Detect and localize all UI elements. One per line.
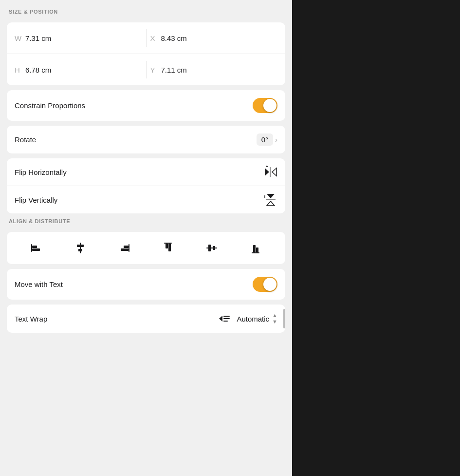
svg-rect-14: [77, 245, 84, 247]
svg-rect-27: [256, 248, 258, 252]
x-label: X: [150, 34, 157, 42]
size-row-wh: W 7.31 cm X 8.43 cm: [7, 22, 285, 54]
width-block: W 7.31 cm: [15, 34, 142, 42]
scrollbar-indicator: [283, 309, 285, 328]
text-wrap-value: Automatic: [237, 315, 269, 323]
svg-marker-2: [272, 168, 276, 176]
constrain-proportions-card: Constrain Proportions: [7, 90, 285, 121]
text-wrap-value-group[interactable]: Automatic ▲ ▼: [219, 312, 277, 325]
svg-rect-0: [270, 167, 271, 177]
flip-vertically-row[interactable]: Flip Vertically: [7, 186, 285, 213]
x-block: X 8.43 cm: [150, 34, 278, 42]
svg-rect-22: [206, 248, 217, 248]
text-wrap-row: Text Wrap Automatic ▲ ▼: [7, 305, 285, 333]
svg-rect-24: [213, 246, 215, 250]
rotate-card: Rotate 0° ›: [7, 126, 285, 153]
svg-rect-23: [208, 245, 211, 251]
w-value[interactable]: 7.31 cm: [25, 34, 51, 42]
y-label: Y: [150, 66, 157, 74]
rotate-chevron-icon: ›: [275, 135, 277, 144]
flip-horizontally-row[interactable]: Flip Horizontally: [7, 158, 285, 186]
stepper-down-icon[interactable]: ▼: [272, 319, 277, 325]
flip-vertically-label: Flip Vertically: [15, 196, 57, 204]
svg-rect-5: [266, 199, 276, 200]
svg-rect-13: [80, 243, 81, 253]
flip-horizontally-icon: [264, 165, 277, 179]
svg-rect-20: [166, 244, 168, 248]
align-right-button[interactable]: [115, 239, 133, 257]
move-with-text-toggle-knob: [263, 278, 276, 291]
align-bottom-button[interactable]: [246, 239, 265, 257]
align-center-h-button[interactable]: [71, 239, 90, 257]
size-position-section-label: SIZE & POSITION: [7, 9, 285, 18]
size-divider-2: [146, 61, 147, 78]
svg-rect-29: [223, 316, 230, 317]
w-label: W: [15, 34, 21, 42]
align-middle-v-button[interactable]: [202, 239, 221, 257]
constrain-proportions-row: Constrain Proportions: [7, 90, 285, 121]
right-panel: [292, 0, 460, 476]
h-value[interactable]: 6.78 cm: [25, 66, 51, 74]
text-wrap-card: Text Wrap Automatic ▲ ▼: [7, 305, 285, 333]
svg-rect-12: [32, 248, 40, 251]
svg-marker-6: [267, 194, 275, 198]
constrain-proportions-toggle[interactable]: [253, 98, 277, 113]
text-wrap-stepper[interactable]: ▲ ▼: [272, 312, 277, 325]
h-label: H: [15, 66, 21, 74]
x-value[interactable]: 8.43 cm: [161, 34, 187, 42]
svg-rect-19: [164, 243, 172, 244]
align-distribute-section-label: ALIGN & DISTRIBUTE: [7, 218, 285, 227]
svg-rect-15: [78, 249, 82, 251]
height-block: H 6.78 cm: [15, 66, 142, 74]
rotate-value[interactable]: 0°: [257, 133, 273, 146]
align-left-button[interactable]: [27, 239, 46, 257]
move-with-text-toggle[interactable]: [253, 277, 277, 292]
svg-rect-26: [253, 245, 256, 252]
rotate-label: Rotate: [15, 135, 36, 144]
text-wrap-label: Text Wrap: [15, 315, 47, 323]
svg-marker-7: [267, 201, 275, 206]
align-distribute-card: [7, 232, 285, 264]
move-with-text-row: Move with Text: [7, 269, 285, 300]
svg-rect-16: [129, 244, 129, 252]
move-with-text-card: Move with Text: [7, 269, 285, 300]
flip-card: Flip Horizontally Flip Vertically: [7, 158, 285, 213]
rotate-value-group[interactable]: 0° ›: [257, 133, 277, 146]
stepper-up-icon[interactable]: ▲: [272, 312, 277, 319]
toggle-knob: [263, 99, 276, 112]
svg-rect-17: [124, 246, 129, 248]
flip-vertically-icon: [264, 193, 277, 207]
rotate-row: Rotate 0° ›: [7, 126, 285, 153]
size-position-card: W 7.31 cm X 8.43 cm H 6.78 cm Y 7.11 cm: [7, 22, 285, 85]
move-with-text-label: Move with Text: [15, 280, 63, 288]
svg-rect-21: [168, 244, 171, 251]
svg-marker-1: [265, 168, 269, 176]
svg-rect-30: [223, 318, 230, 319]
svg-rect-18: [121, 248, 129, 251]
svg-rect-11: [32, 246, 37, 248]
constrain-proportions-label: Constrain Proportions: [15, 101, 85, 110]
y-value[interactable]: 7.11 cm: [161, 66, 187, 74]
text-wrap-icon: [219, 314, 232, 324]
align-icons-row: [15, 239, 277, 257]
svg-marker-28: [219, 316, 222, 322]
align-top-button[interactable]: [159, 239, 177, 257]
flip-horizontally-label: Flip Horizontally: [15, 168, 67, 176]
y-block: Y 7.11 cm: [150, 66, 278, 74]
svg-rect-10: [31, 244, 32, 252]
svg-rect-25: [252, 252, 259, 253]
size-divider: [146, 29, 147, 47]
size-row-hxy: H 6.78 cm Y 7.11 cm: [7, 54, 285, 85]
svg-rect-31: [223, 321, 228, 322]
